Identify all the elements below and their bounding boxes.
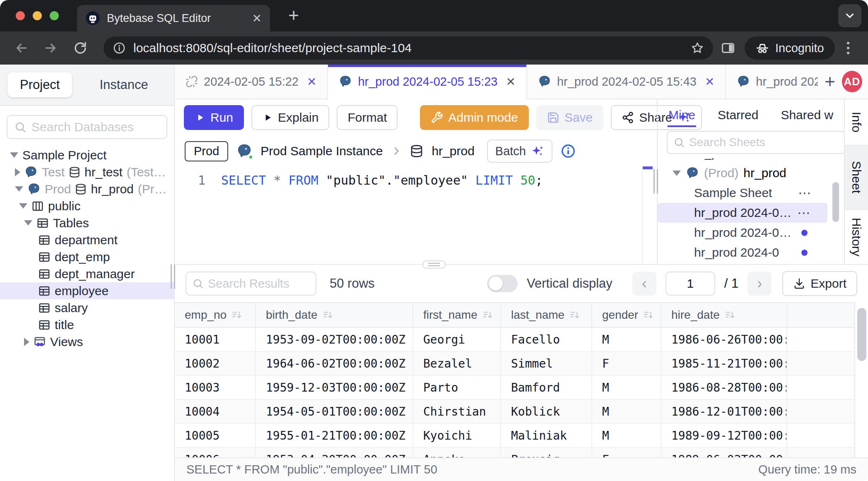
tab-starred[interactable]: Starred	[718, 102, 758, 128]
sheet-item-sample-sheet[interactable]: Sample Sheet ⋯	[658, 183, 844, 203]
tab-instance[interactable]: Instance	[87, 72, 160, 97]
sheet-item-unsaved[interactable]: hr_prod 2024-0…	[658, 223, 844, 243]
user-avatar[interactable]: AD	[842, 71, 862, 92]
bookmark-star-icon[interactable]	[691, 41, 704, 55]
results-scrollbar[interactable]	[854, 302, 868, 457]
page-input[interactable]	[665, 272, 715, 296]
results-resize-handle[interactable]	[422, 260, 446, 269]
instance-name[interactable]: Prod Sample Instance	[260, 144, 383, 158]
batch-button[interactable]: Batch	[487, 139, 552, 163]
tab-project[interactable]: Project	[7, 72, 72, 97]
admin-mode-button[interactable]: Admin mode	[420, 105, 528, 130]
tree-item-schema-public[interactable]: public	[0, 197, 174, 214]
tree-item-table-dept-emp[interactable]: dept_emp	[0, 248, 174, 265]
editor-scrollbar[interactable]	[642, 166, 653, 264]
results-search-input[interactable]	[208, 277, 310, 291]
column-header-emp-no[interactable]: emp_no	[175, 303, 256, 327]
tab-mine[interactable]: Mine	[668, 102, 695, 128]
column-header-gender[interactable]: gender	[592, 303, 661, 327]
export-button[interactable]: Export	[782, 271, 857, 296]
reload-button[interactable]	[73, 41, 88, 55]
sort-icon[interactable]	[482, 310, 493, 320]
close-window-button[interactable]	[16, 11, 25, 20]
sql-editor[interactable]: 1 SELECT * FROM "public"."employee" LIMI…	[175, 166, 657, 264]
new-sheet-button[interactable]: +	[818, 71, 842, 92]
run-button[interactable]: Run	[184, 105, 244, 130]
tab-shared[interactable]: Shared w	[781, 102, 833, 128]
results-search[interactable]	[186, 272, 316, 296]
database-search-input[interactable]	[31, 120, 191, 134]
sheet-tab-1[interactable]: 2024-02-05 15:22 ✕	[175, 65, 328, 99]
browser-tab[interactable]: Bytebase SQL Editor ✕	[77, 5, 270, 31]
column-header-hire-date[interactable]: hire_date	[661, 303, 787, 327]
tab-search-button[interactable]	[838, 4, 861, 27]
tree-item-table-dept-manager[interactable]: dept_manager	[0, 265, 174, 282]
database-name[interactable]: hr_prod	[432, 144, 474, 158]
play-icon	[262, 112, 273, 123]
sheet-tab-2-active[interactable]: hr_prod 2024-02-05 15:23 ✕	[328, 65, 527, 99]
caret-down-icon[interactable]	[15, 186, 23, 192]
sheet-tab-4[interactable]: hr_prod 2024-02	[726, 65, 818, 99]
tree-item-table-salary[interactable]: salary	[0, 299, 174, 316]
tab-history[interactable]: History	[845, 210, 868, 264]
tab-sheet[interactable]: Sheet	[845, 146, 868, 210]
vertical-display-toggle[interactable]	[487, 275, 518, 292]
sort-icon[interactable]	[725, 310, 735, 320]
sort-icon[interactable]	[323, 310, 333, 320]
caret-down-icon[interactable]	[19, 203, 27, 209]
site-info-icon[interactable]	[113, 41, 126, 55]
close-sheet-icon[interactable]: ✕	[307, 75, 316, 89]
column-header-last-name[interactable]: last_name	[501, 303, 592, 327]
sheet-item-clipped-top[interactable]: hr_prod 2024-0…	[658, 158, 844, 163]
explain-button[interactable]: Explain	[251, 105, 329, 130]
sheet-menu-dots[interactable]: ⋯	[797, 205, 812, 221]
info-icon[interactable]	[561, 144, 576, 159]
caret-right-icon[interactable]	[24, 338, 29, 346]
caret-down-icon[interactable]	[673, 171, 681, 176]
column-header-first-name[interactable]: first_name	[413, 303, 501, 327]
sheet-search[interactable]	[667, 131, 844, 154]
caret-down-icon[interactable]	[24, 220, 32, 226]
column-header-birth-date[interactable]: birth_date	[256, 303, 413, 327]
browser-menu-button[interactable]	[841, 41, 856, 55]
url-bar[interactable]: localhost:8080/sql-editor/sheet/project-…	[104, 36, 713, 60]
tree-item-hr-prod[interactable]: Prod hr_prod (Pr…	[0, 180, 174, 197]
caret-right-icon[interactable]	[15, 168, 20, 176]
tree-item-tables-group[interactable]: Tables	[0, 214, 174, 231]
tree-item-project[interactable]: Sample Project	[0, 147, 174, 164]
sheet-group-hr-prod[interactable]: (Prod) hr_prod	[658, 163, 844, 183]
forward-button[interactable]	[43, 41, 58, 55]
query-time: Query time: 19 ms	[758, 463, 856, 476]
close-sheet-icon[interactable]: ✕	[506, 75, 515, 89]
save-button[interactable]: Save	[536, 105, 603, 130]
fullscreen-window-button[interactable]	[50, 11, 59, 20]
database-search[interactable]	[7, 115, 167, 139]
tree-item-views-group[interactable]: Views	[0, 333, 174, 350]
panel-resize-handle[interactable]	[653, 169, 658, 194]
sort-icon[interactable]	[231, 310, 242, 320]
new-tab-button[interactable]: +	[282, 4, 305, 26]
sort-icon[interactable]	[643, 310, 654, 320]
next-page-button[interactable]: ›	[747, 272, 772, 296]
format-button[interactable]: Format	[337, 105, 398, 130]
close-sheet-icon[interactable]: ✕	[705, 75, 714, 89]
tab-info[interactable]: Info	[845, 99, 868, 146]
close-tab-icon[interactable]: ✕	[252, 12, 262, 25]
sheet-search-input[interactable]	[689, 136, 839, 149]
back-button[interactable]	[14, 41, 29, 55]
tree-item-table-title[interactable]: title	[0, 316, 174, 333]
caret-down-icon[interactable]	[10, 152, 18, 158]
sort-icon[interactable]	[569, 310, 580, 320]
sheet-item-unsaved-2[interactable]: hr_prod 2024-0	[658, 243, 844, 262]
sheet-menu-dots[interactable]: ⋯	[798, 185, 813, 201]
download-icon	[793, 277, 805, 290]
tree-item-table-employee[interactable]: employee	[0, 282, 174, 299]
prev-page-button[interactable]: ‹	[632, 272, 656, 296]
sheet-tab-3[interactable]: hr_prod 2024-02-05 15:43 ✕	[527, 65, 726, 99]
sheet-list-scrollbar[interactable]	[832, 158, 839, 264]
side-panel-icon[interactable]	[721, 41, 735, 55]
sheet-item-selected[interactable]: hr_prod 2024-0… ⋯	[658, 203, 827, 223]
tree-item-table-department[interactable]: department	[0, 231, 174, 248]
minimize-window-button[interactable]	[33, 11, 42, 20]
tree-item-hr-test[interactable]: Test hr_test (Test…	[0, 164, 174, 180]
